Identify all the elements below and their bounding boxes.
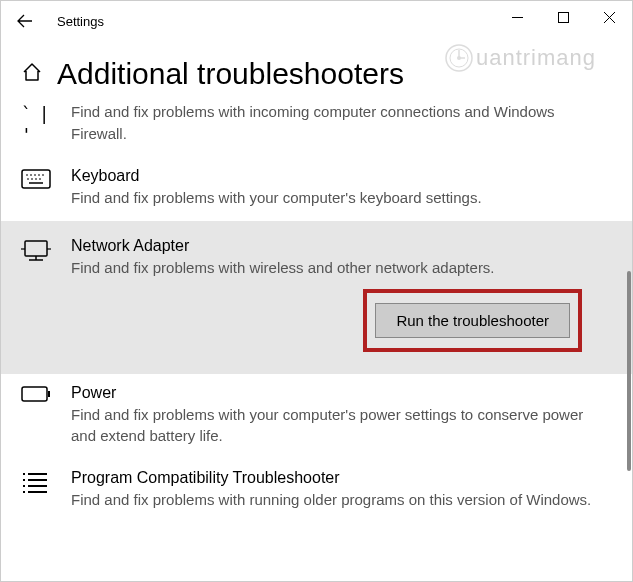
svg-rect-23: [22, 387, 47, 401]
troubleshooter-title: Power: [71, 384, 612, 402]
close-button[interactable]: [586, 1, 632, 33]
page-title: Additional troubleshooters: [57, 57, 404, 91]
troubleshooter-desc: Find and fix problems with wireless and …: [71, 257, 612, 279]
keyboard-icon: [21, 167, 57, 189]
network-adapter-icon: [21, 237, 57, 265]
run-button-highlight: Run the troubleshooter: [363, 289, 582, 352]
troubleshooter-title: Program Compatibility Troubleshooter: [71, 469, 612, 487]
troubleshooter-list: ` | ' Find and fix problems with incomin…: [1, 99, 632, 523]
maximize-icon: [558, 12, 569, 23]
troubleshooter-desc: Find and fix problems with your computer…: [71, 404, 612, 448]
run-troubleshooter-button[interactable]: Run the troubleshooter: [375, 303, 570, 338]
troubleshooter-desc: Find and fix problems with incoming comp…: [71, 101, 612, 145]
incoming-connections-icon: ` | ': [21, 101, 57, 145]
troubleshooter-desc: Find and fix problems with running older…: [71, 489, 612, 511]
window-title: Settings: [57, 14, 104, 29]
back-button[interactable]: [1, 1, 49, 41]
minimize-button[interactable]: [494, 1, 540, 33]
svg-rect-1: [558, 12, 568, 22]
page-header: Additional troubleshooters: [1, 41, 632, 99]
scrollbar[interactable]: [627, 271, 631, 471]
back-arrow-icon: [16, 12, 34, 30]
minimize-icon: [512, 12, 523, 23]
troubleshooter-incoming-connections[interactable]: ` | ' Find and fix problems with incomin…: [1, 101, 632, 157]
troubleshooter-keyboard[interactable]: Keyboard Find and fix problems with your…: [1, 157, 632, 221]
svg-rect-24: [48, 391, 50, 397]
troubleshooter-desc: Find and fix problems with your computer…: [71, 187, 612, 209]
troubleshooter-title: Network Adapter: [71, 237, 612, 255]
svg-rect-18: [25, 241, 47, 256]
program-compatibility-icon: [21, 469, 57, 493]
titlebar: Settings: [1, 1, 632, 41]
window-controls: [494, 1, 632, 33]
troubleshooter-network-adapter[interactable]: Network Adapter Find and fix problems wi…: [1, 221, 632, 374]
home-icon[interactable]: [21, 61, 43, 87]
troubleshooter-title: Keyboard: [71, 167, 612, 185]
troubleshooter-program-compatibility[interactable]: Program Compatibility Troubleshooter Fin…: [1, 459, 632, 523]
close-icon: [604, 12, 615, 23]
maximize-button[interactable]: [540, 1, 586, 33]
power-icon: [21, 384, 57, 402]
troubleshooter-power[interactable]: Power Find and fix problems with your co…: [1, 374, 632, 460]
